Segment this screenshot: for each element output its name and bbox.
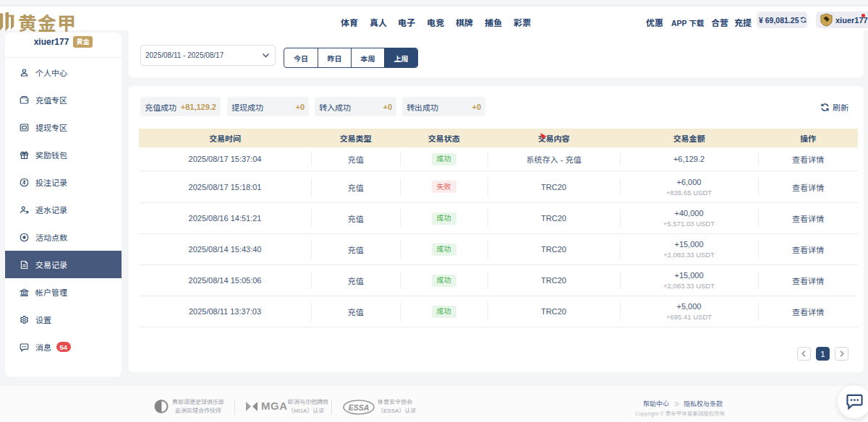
svg-text:ESSA: ESSA xyxy=(349,403,370,412)
